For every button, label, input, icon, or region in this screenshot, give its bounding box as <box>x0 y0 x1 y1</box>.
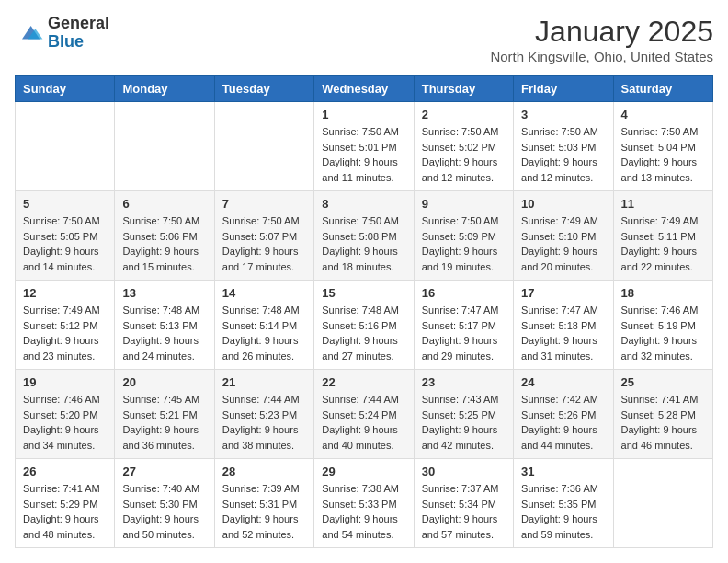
calendar-cell: 20Sunrise: 7:45 AMSunset: 5:21 PMDayligh… <box>115 370 214 459</box>
calendar-cell <box>115 102 214 191</box>
day-number: 31 <box>521 465 605 478</box>
day-number: 12 <box>23 286 107 300</box>
calendar-week-row: 12Sunrise: 7:49 AMSunset: 5:12 PMDayligh… <box>16 281 713 370</box>
calendar-cell: 13Sunrise: 7:48 AMSunset: 5:13 PMDayligh… <box>115 281 214 370</box>
weekday-header-thursday: Thursday <box>414 76 513 102</box>
weekday-header-wednesday: Wednesday <box>314 76 414 102</box>
month-title: January 2025 <box>490 15 713 49</box>
calendar-cell: 6Sunrise: 7:50 AMSunset: 5:06 PMDaylight… <box>115 191 214 281</box>
calendar-cell: 22Sunrise: 7:44 AMSunset: 5:24 PMDayligh… <box>314 370 414 459</box>
calendar-cell: 17Sunrise: 7:47 AMSunset: 5:18 PMDayligh… <box>514 281 613 370</box>
day-info: Sunrise: 7:50 AMSunset: 5:02 PMDaylight:… <box>422 124 506 185</box>
logo-blue: Blue <box>48 33 109 52</box>
day-info: Sunrise: 7:50 AMSunset: 5:08 PMDaylight:… <box>322 213 405 274</box>
day-info: Sunrise: 7:47 AMSunset: 5:17 PMDaylight:… <box>422 303 506 363</box>
calendar-cell: 29Sunrise: 7:38 AMSunset: 5:33 PMDayligh… <box>314 459 414 548</box>
day-info: Sunrise: 7:50 AMSunset: 5:09 PMDaylight:… <box>422 213 506 274</box>
calendar-cell: 3Sunrise: 7:50 AMSunset: 5:03 PMDaylight… <box>514 102 613 191</box>
calendar-cell: 19Sunrise: 7:46 AMSunset: 5:20 PMDayligh… <box>16 370 115 459</box>
calendar-cell: 24Sunrise: 7:42 AMSunset: 5:26 PMDayligh… <box>514 370 613 459</box>
day-number: 20 <box>122 375 206 389</box>
day-number: 18 <box>621 286 705 300</box>
location-subtitle: North Kingsville, Ohio, United States <box>490 49 713 64</box>
day-info: Sunrise: 7:50 AMSunset: 5:03 PMDaylight:… <box>521 124 605 185</box>
calendar-cell: 25Sunrise: 7:41 AMSunset: 5:28 PMDayligh… <box>613 370 712 459</box>
day-number: 22 <box>322 375 405 389</box>
day-number: 15 <box>322 286 405 300</box>
calendar-cell: 31Sunrise: 7:36 AMSunset: 5:35 PMDayligh… <box>514 459 613 548</box>
day-number: 10 <box>521 197 605 211</box>
weekday-header-tuesday: Tuesday <box>214 76 313 102</box>
day-number: 19 <box>23 375 107 389</box>
day-info: Sunrise: 7:37 AMSunset: 5:34 PMDaylight:… <box>422 481 506 542</box>
weekday-header-monday: Monday <box>115 76 214 102</box>
calendar-cell: 8Sunrise: 7:50 AMSunset: 5:08 PMDaylight… <box>314 191 414 281</box>
day-info: Sunrise: 7:36 AMSunset: 5:35 PMDaylight:… <box>521 481 605 542</box>
day-number: 27 <box>122 465 206 478</box>
day-info: Sunrise: 7:47 AMSunset: 5:18 PMDaylight:… <box>521 303 605 363</box>
day-number: 28 <box>222 465 306 478</box>
calendar-table: SundayMondayTuesdayWednesdayThursdayFrid… <box>15 75 713 548</box>
day-number: 24 <box>521 375 605 389</box>
day-info: Sunrise: 7:50 AMSunset: 5:07 PMDaylight:… <box>222 213 306 274</box>
day-number: 6 <box>122 197 206 211</box>
calendar-cell <box>613 459 712 548</box>
calendar-cell: 23Sunrise: 7:43 AMSunset: 5:25 PMDayligh… <box>414 370 513 459</box>
calendar-cell: 4Sunrise: 7:50 AMSunset: 5:04 PMDaylight… <box>613 102 712 191</box>
day-number: 2 <box>422 108 506 121</box>
day-info: Sunrise: 7:44 AMSunset: 5:24 PMDaylight:… <box>322 392 405 453</box>
day-number: 29 <box>322 465 405 478</box>
day-number: 5 <box>23 197 107 211</box>
day-info: Sunrise: 7:45 AMSunset: 5:21 PMDaylight:… <box>122 392 206 453</box>
day-info: Sunrise: 7:41 AMSunset: 5:28 PMDaylight:… <box>621 392 705 453</box>
day-info: Sunrise: 7:38 AMSunset: 5:33 PMDaylight:… <box>322 481 405 542</box>
calendar-cell <box>214 102 313 191</box>
day-info: Sunrise: 7:49 AMSunset: 5:11 PMDaylight:… <box>621 213 705 274</box>
logo-general: General <box>48 15 109 33</box>
calendar-cell: 30Sunrise: 7:37 AMSunset: 5:34 PMDayligh… <box>414 459 513 548</box>
calendar-cell: 9Sunrise: 7:50 AMSunset: 5:09 PMDaylight… <box>414 191 513 281</box>
weekday-header-friday: Friday <box>514 76 613 102</box>
day-number: 13 <box>122 286 206 300</box>
day-info: Sunrise: 7:50 AMSunset: 5:01 PMDaylight:… <box>322 124 405 185</box>
calendar-cell: 7Sunrise: 7:50 AMSunset: 5:07 PMDaylight… <box>214 191 313 281</box>
day-number: 21 <box>222 375 306 389</box>
calendar-cell: 21Sunrise: 7:44 AMSunset: 5:23 PMDayligh… <box>214 370 313 459</box>
calendar-cell: 27Sunrise: 7:40 AMSunset: 5:30 PMDayligh… <box>115 459 214 548</box>
calendar-cell: 2Sunrise: 7:50 AMSunset: 5:02 PMDaylight… <box>414 102 513 191</box>
day-info: Sunrise: 7:48 AMSunset: 5:13 PMDaylight:… <box>122 303 206 363</box>
day-number: 4 <box>621 108 705 121</box>
day-number: 25 <box>621 375 705 389</box>
weekday-header-row: SundayMondayTuesdayWednesdayThursdayFrid… <box>16 76 713 102</box>
day-number: 8 <box>322 197 405 211</box>
day-info: Sunrise: 7:48 AMSunset: 5:16 PMDaylight:… <box>322 303 405 363</box>
day-number: 11 <box>621 197 705 211</box>
calendar-cell: 1Sunrise: 7:50 AMSunset: 5:01 PMDaylight… <box>314 102 414 191</box>
day-info: Sunrise: 7:43 AMSunset: 5:25 PMDaylight:… <box>422 392 506 453</box>
day-number: 26 <box>23 465 107 478</box>
calendar-cell: 28Sunrise: 7:39 AMSunset: 5:31 PMDayligh… <box>214 459 313 548</box>
day-info: Sunrise: 7:50 AMSunset: 5:06 PMDaylight:… <box>122 213 206 274</box>
day-info: Sunrise: 7:46 AMSunset: 5:20 PMDaylight:… <box>23 392 107 453</box>
calendar-cell <box>16 102 115 191</box>
calendar-cell: 12Sunrise: 7:49 AMSunset: 5:12 PMDayligh… <box>16 281 115 370</box>
day-number: 3 <box>521 108 605 121</box>
day-number: 14 <box>222 286 306 300</box>
day-number: 17 <box>521 286 605 300</box>
day-info: Sunrise: 7:46 AMSunset: 5:19 PMDaylight:… <box>621 303 705 363</box>
day-info: Sunrise: 7:44 AMSunset: 5:23 PMDaylight:… <box>222 392 306 453</box>
calendar-cell: 16Sunrise: 7:47 AMSunset: 5:17 PMDayligh… <box>414 281 513 370</box>
calendar-cell: 15Sunrise: 7:48 AMSunset: 5:16 PMDayligh… <box>314 281 414 370</box>
calendar-cell: 18Sunrise: 7:46 AMSunset: 5:19 PMDayligh… <box>613 281 712 370</box>
calendar-cell: 10Sunrise: 7:49 AMSunset: 5:10 PMDayligh… <box>514 191 613 281</box>
weekday-header-sunday: Sunday <box>16 76 115 102</box>
calendar-cell: 11Sunrise: 7:49 AMSunset: 5:11 PMDayligh… <box>613 191 712 281</box>
day-info: Sunrise: 7:48 AMSunset: 5:14 PMDaylight:… <box>222 303 306 363</box>
calendar-week-row: 5Sunrise: 7:50 AMSunset: 5:05 PMDaylight… <box>16 191 713 281</box>
calendar-week-row: 26Sunrise: 7:41 AMSunset: 5:29 PMDayligh… <box>16 459 713 548</box>
logo: General Blue <box>15 15 109 52</box>
weekday-header-saturday: Saturday <box>613 76 712 102</box>
day-info: Sunrise: 7:49 AMSunset: 5:10 PMDaylight:… <box>521 213 605 274</box>
day-number: 23 <box>422 375 506 389</box>
day-number: 7 <box>222 197 306 211</box>
